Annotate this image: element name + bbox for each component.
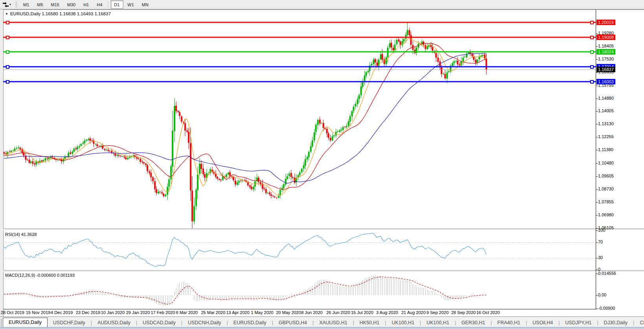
price-tick-label: 1.13130 [598,121,614,126]
timeframe-button-h4[interactable]: H4 [93,0,106,9]
rsi-tick-mark [596,230,598,231]
price-tick-mark [596,86,598,86]
date-tick-label: 17 Feb 2020 [151,310,175,315]
chart-tab-china300-h1[interactable]: CHINA300,H1 [634,319,644,327]
price-tick-mark [596,150,598,150]
chart-tab-audusd-daily[interactable]: AUDUSD,Daily [92,319,136,327]
timeframe-button-h1[interactable]: H1 [80,0,92,9]
chart-tab-usdcnh-daily[interactable]: USDCNH,Daily [182,319,227,327]
price-tick-mark [596,163,598,164]
chart-tab-dj30-daily[interactable]: DJ30,Daily [598,319,633,327]
price-tick-label: 1.12255 [598,134,614,139]
date-tick-label: 26 Jun 2020 [326,310,350,315]
price-tick-label: 1.09605 [598,174,614,178]
date-tick-label: 21 Aug 2020 [401,310,426,315]
price-tick-mark [596,189,598,190]
date-tick-label: 16 Oct 2020 [476,310,500,315]
chart-tab-usdchf-daily[interactable]: USDCHF,Daily [48,319,91,327]
tabbar-grip[interactable] [1,319,2,327]
price-tick-mark [596,137,598,137]
date-tick-label: 10 Jan 2020 [101,310,125,315]
timeframe-button-m1[interactable]: M1 [20,0,33,9]
timeframe-button-w1[interactable]: W1 [124,0,138,9]
price-tick-mark [596,124,598,124]
timeframe-toolbar: ▾ M1M5M15M30H1H4D1W1MN [0,0,644,9]
price-tick-mark [596,46,598,47]
price-axis-line [596,9,596,309]
level-price-flag: 1.16003 [596,79,615,84]
date-tick-label: 1 May 2020 [251,310,273,315]
chart-tab-ger30-h1[interactable]: GER30,H1 [456,319,490,327]
timeframe-buttons: M1M5M15M30H1H4D1W1MN [19,0,152,9]
price-tick-mark [596,33,598,34]
timeframe-button-mn[interactable]: MN [138,0,152,9]
rsi-tick-mark [596,270,598,270]
date-tick-label: 28 Oct 2019 [1,310,24,315]
chart-tab-bar: EURUSD,DailyUSDCHF,Daily|AUDUSD,Daily|US… [0,316,644,327]
toolbar-grip[interactable] [14,1,17,8]
status-strip [0,327,644,329]
collapse-triangle-icon[interactable]: ▼ [5,12,8,16]
date-tick-label: 4 Dec 2019 [51,310,73,315]
chart-cursor-icon[interactable] [2,2,9,8]
price-tick-label: 1.07855 [598,199,614,204]
date-tick-label: 6 Mar 2020 [176,310,198,315]
price-tick-mark [596,72,598,73]
timeframe-button-m30[interactable]: M30 [64,0,79,9]
chart-tab-uk100-h1[interactable]: UK100,H1 [421,319,455,327]
price-tick-mark [596,176,598,177]
chart-tab-usdcad-daily[interactable]: USDCAD,Daily [137,319,181,327]
date-tick-label: 23 Dec 2019 [76,310,100,315]
chart-tab-eurusd-daily[interactable]: EURUSD,Daily [3,318,48,327]
date-tick-label: 15 Jul 2020 [351,310,373,315]
price-tick-mark [596,215,598,216]
date-tick-label: 20 May 2020 [276,310,301,315]
price-tick-mark [596,228,598,228]
price-tick-label: 1.18405 [598,44,614,48]
macd-tick-label: -0.00900 [598,306,615,311]
price-chart-canvas[interactable] [3,9,596,228]
timeframe-button-m15[interactable]: M15 [48,0,63,9]
chart-tab-eurusd-daily[interactable]: EURUSD,Daily [228,319,272,327]
toolbar-separator [108,1,109,8]
price-tick-mark [596,99,598,99]
chart-tab-hk50-h1[interactable]: HK50,H1 [354,319,385,327]
chart-tab-usdjpy-h1[interactable]: USDJPY,H1 [560,319,597,327]
date-tick-label: 28 Sep 2020 [451,310,476,315]
date-tick-label: 15 Nov 2019 [26,310,50,315]
rsi-label: RSI(14) 41.3628 [5,232,37,237]
date-tick-label: 3 Aug 2020 [376,310,398,315]
chart-tab-usoil-h4[interactable]: USOil,H4 [527,319,558,327]
rsi-tick-mark [596,242,598,243]
chart-tab-gbpusd-h4[interactable]: GBPUSD,H4 [273,319,313,327]
macd-tick-mark [596,274,598,274]
chart-cursor-icon-glyph [3,2,9,7]
rsi-tick-label: 70 [598,239,603,244]
chart-tab-uk100-h1[interactable]: UK100,H1 [386,319,420,327]
timeframe-button-m5[interactable]: M5 [33,0,46,9]
date-tick-label: 13 Apr 2020 [226,310,249,315]
date-tick-label: 9 Sep 2020 [426,310,448,315]
chart-tab-fra40-h1[interactable]: FRA40,H1 [492,319,526,327]
level-price-flag: 1.20019 [596,20,615,25]
chart-tab-xauusd-h1[interactable]: XAUUSD,H1 [314,319,353,327]
chevron-down-icon[interactable]: ▾ [9,3,11,6]
chart-title: ▼ EURUSD,Daily 1.16580 1.16838 1.16493 1… [5,11,111,16]
current-price-flag: 1.16837 [596,67,615,72]
macd-tick-mark [596,295,598,296]
price-tick-label: 1.14005 [598,108,614,113]
price-tick-mark [596,59,598,60]
rsi-tick-mark [596,258,598,258]
macd-tick-label: 0.00 [598,292,606,297]
chart-title-text: EURUSD,Daily 1.16580 1.16838 1.16493 1.1… [10,11,111,16]
macd-tick-label: 0.014556 [598,271,616,276]
price-tick-label: 1.14880 [598,96,614,101]
level-price-flag: 1.19008 [596,35,615,40]
tab-items: EURUSD,DailyUSDCHF,Daily|AUDUSD,Daily|US… [3,318,644,327]
macd-label: MACD(12,26,9) -0.000600 0.001193 [5,273,75,278]
timeframe-button-d1[interactable]: D1 [111,0,123,9]
rsi-chart-canvas[interactable] [3,230,596,270]
date-tick-label: 25 Mar 2020 [201,310,225,315]
macd-chart-canvas[interactable] [3,271,596,309]
level-price-flag: 1.18024 [596,49,615,55]
